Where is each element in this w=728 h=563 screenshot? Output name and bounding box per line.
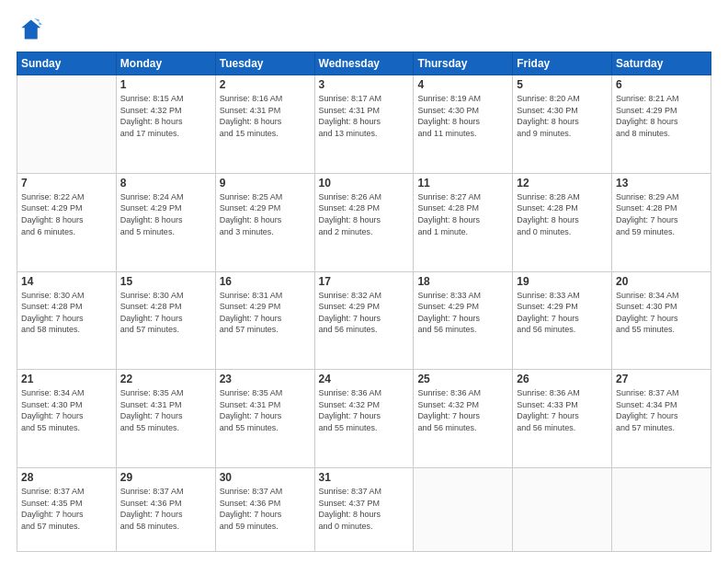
day-info: Sunrise: 8:26 AM Sunset: 4:28 PM Dayligh… [319,191,410,237]
day-info: Sunrise: 8:32 AM Sunset: 4:29 PM Dayligh… [319,290,410,336]
calendar-cell [612,468,711,552]
weekday-header-row: SundayMondayTuesdayWednesdayThursdayFrid… [17,52,711,75]
weekday-header-tuesday: Tuesday [215,52,314,75]
day-info: Sunrise: 8:37 AM Sunset: 4:34 PM Dayligh… [616,387,707,433]
calendar-cell: 12Sunrise: 8:28 AM Sunset: 4:28 PM Dayli… [513,173,612,271]
calendar-cell: 23Sunrise: 8:35 AM Sunset: 4:31 PM Dayli… [215,370,314,468]
week-row-5: 28Sunrise: 8:37 AM Sunset: 4:35 PM Dayli… [17,468,711,552]
day-number: 7 [21,177,112,190]
day-number: 12 [517,177,608,190]
day-info: Sunrise: 8:28 AM Sunset: 4:28 PM Dayligh… [517,191,608,237]
day-number: 11 [417,177,508,190]
day-number: 28 [21,471,112,484]
weekday-header-friday: Friday [513,52,612,75]
day-number: 21 [21,373,112,385]
day-number: 1 [120,78,211,91]
calendar-cell: 8Sunrise: 8:24 AM Sunset: 4:29 PM Daylig… [116,173,215,271]
day-number: 3 [319,78,410,91]
day-info: Sunrise: 8:15 AM Sunset: 4:32 PM Dayligh… [120,93,211,139]
calendar-cell: 31Sunrise: 8:37 AM Sunset: 4:37 PM Dayli… [314,468,414,552]
day-number: 13 [616,177,707,190]
calendar-cell: 28Sunrise: 8:37 AM Sunset: 4:35 PM Dayli… [17,468,117,552]
calendar-cell: 1Sunrise: 8:15 AM Sunset: 4:32 PM Daylig… [116,75,215,174]
calendar-cell: 21Sunrise: 8:34 AM Sunset: 4:30 PM Dayli… [17,370,117,468]
day-info: Sunrise: 8:37 AM Sunset: 4:36 PM Dayligh… [120,486,211,532]
week-row-2: 7Sunrise: 8:22 AM Sunset: 4:29 PM Daylig… [17,173,711,271]
day-info: Sunrise: 8:22 AM Sunset: 4:29 PM Dayligh… [21,191,112,237]
day-number: 16 [220,275,311,288]
day-info: Sunrise: 8:35 AM Sunset: 4:31 PM Dayligh… [220,387,311,433]
calendar-cell: 4Sunrise: 8:19 AM Sunset: 4:30 PM Daylig… [414,75,513,174]
svg-marker-0 [21,20,40,40]
calendar-cell: 25Sunrise: 8:36 AM Sunset: 4:32 PM Dayli… [414,370,513,468]
calendar-cell: 10Sunrise: 8:26 AM Sunset: 4:28 PM Dayli… [314,173,414,271]
day-info: Sunrise: 8:36 AM Sunset: 4:32 PM Dayligh… [417,387,508,433]
day-info: Sunrise: 8:16 AM Sunset: 4:31 PM Dayligh… [220,93,311,139]
calendar-cell: 29Sunrise: 8:37 AM Sunset: 4:36 PM Dayli… [116,468,215,552]
day-number: 22 [120,373,211,385]
calendar-table: SundayMondayTuesdayWednesdayThursdayFrid… [17,52,711,552]
calendar-cell: 14Sunrise: 8:30 AM Sunset: 4:28 PM Dayli… [17,271,117,370]
logo [17,17,46,42]
day-number: 20 [616,275,707,288]
calendar-cell: 3Sunrise: 8:17 AM Sunset: 4:31 PM Daylig… [314,75,414,174]
calendar-cell: 26Sunrise: 8:36 AM Sunset: 4:33 PM Dayli… [513,370,612,468]
calendar-cell: 22Sunrise: 8:35 AM Sunset: 4:31 PM Dayli… [116,370,215,468]
calendar-cell: 16Sunrise: 8:31 AM Sunset: 4:29 PM Dayli… [215,271,314,370]
calendar-cell: 17Sunrise: 8:32 AM Sunset: 4:29 PM Dayli… [314,271,414,370]
day-info: Sunrise: 8:17 AM Sunset: 4:31 PM Dayligh… [319,93,410,139]
day-info: Sunrise: 8:36 AM Sunset: 4:33 PM Dayligh… [517,387,608,433]
calendar-cell: 13Sunrise: 8:29 AM Sunset: 4:28 PM Dayli… [612,173,711,271]
day-info: Sunrise: 8:37 AM Sunset: 4:36 PM Dayligh… [220,486,311,532]
day-info: Sunrise: 8:31 AM Sunset: 4:29 PM Dayligh… [220,290,311,336]
calendar-cell [414,468,513,552]
day-number: 24 [319,373,410,385]
day-info: Sunrise: 8:25 AM Sunset: 4:29 PM Dayligh… [220,191,311,237]
calendar-cell: 30Sunrise: 8:37 AM Sunset: 4:36 PM Dayli… [215,468,314,552]
day-info: Sunrise: 8:29 AM Sunset: 4:28 PM Dayligh… [616,191,707,237]
calendar-cell: 18Sunrise: 8:33 AM Sunset: 4:29 PM Dayli… [414,271,513,370]
day-number: 6 [616,78,707,91]
calendar-cell: 15Sunrise: 8:30 AM Sunset: 4:28 PM Dayli… [116,271,215,370]
calendar-cell: 2Sunrise: 8:16 AM Sunset: 4:31 PM Daylig… [215,75,314,174]
day-number: 29 [120,471,211,484]
day-info: Sunrise: 8:19 AM Sunset: 4:30 PM Dayligh… [417,93,508,139]
day-number: 27 [616,373,707,385]
calendar-cell: 24Sunrise: 8:36 AM Sunset: 4:32 PM Dayli… [314,370,414,468]
calendar-cell [17,75,117,174]
day-info: Sunrise: 8:30 AM Sunset: 4:28 PM Dayligh… [21,290,112,336]
day-info: Sunrise: 8:34 AM Sunset: 4:30 PM Dayligh… [21,387,112,433]
day-info: Sunrise: 8:37 AM Sunset: 4:37 PM Dayligh… [319,486,410,532]
day-number: 17 [319,275,410,288]
day-info: Sunrise: 8:35 AM Sunset: 4:31 PM Dayligh… [120,387,211,433]
day-number: 9 [220,177,311,190]
calendar-cell: 9Sunrise: 8:25 AM Sunset: 4:29 PM Daylig… [215,173,314,271]
day-info: Sunrise: 8:34 AM Sunset: 4:30 PM Dayligh… [616,290,707,336]
week-row-3: 14Sunrise: 8:30 AM Sunset: 4:28 PM Dayli… [17,271,711,370]
day-number: 19 [517,275,608,288]
calendar-cell [513,468,612,552]
day-number: 30 [220,471,311,484]
day-number: 23 [220,373,311,385]
day-number: 26 [517,373,608,385]
weekday-header-wednesday: Wednesday [314,52,414,75]
calendar-cell: 20Sunrise: 8:34 AM Sunset: 4:30 PM Dayli… [612,271,711,370]
day-number: 2 [220,78,311,91]
calendar-cell: 27Sunrise: 8:37 AM Sunset: 4:34 PM Dayli… [612,370,711,468]
day-info: Sunrise: 8:33 AM Sunset: 4:29 PM Dayligh… [417,290,508,336]
calendar-cell: 6Sunrise: 8:21 AM Sunset: 4:29 PM Daylig… [612,75,711,174]
weekday-header-monday: Monday [116,52,215,75]
page: SundayMondayTuesdayWednesdayThursdayFrid… [0,0,728,563]
calendar-cell: 11Sunrise: 8:27 AM Sunset: 4:28 PM Dayli… [414,173,513,271]
calendar-cell: 7Sunrise: 8:22 AM Sunset: 4:29 PM Daylig… [17,173,117,271]
day-info: Sunrise: 8:20 AM Sunset: 4:30 PM Dayligh… [517,93,608,139]
day-number: 5 [517,78,608,91]
day-info: Sunrise: 8:30 AM Sunset: 4:28 PM Dayligh… [120,290,211,336]
day-info: Sunrise: 8:27 AM Sunset: 4:28 PM Dayligh… [417,191,508,237]
weekday-header-sunday: Sunday [17,52,117,75]
day-number: 18 [417,275,508,288]
week-row-4: 21Sunrise: 8:34 AM Sunset: 4:30 PM Dayli… [17,370,711,468]
day-info: Sunrise: 8:33 AM Sunset: 4:29 PM Dayligh… [517,290,608,336]
weekday-header-saturday: Saturday [612,52,711,75]
day-number: 31 [319,471,410,484]
